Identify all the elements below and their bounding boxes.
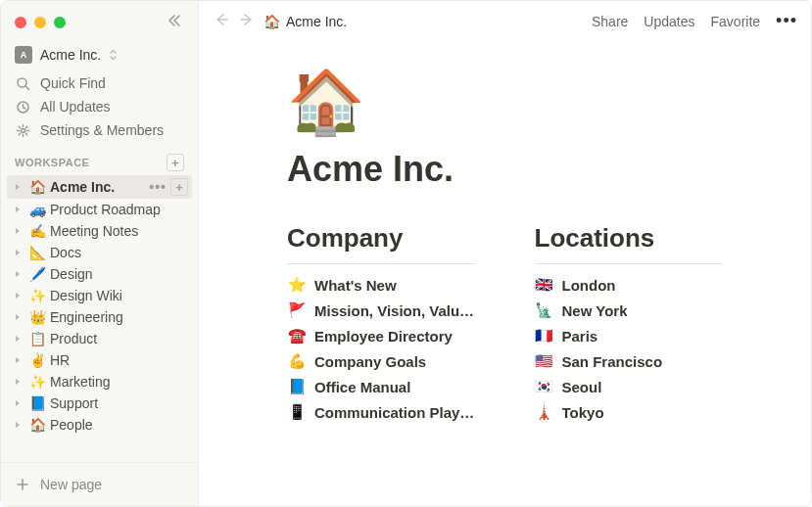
- page-label: Acme Inc.: [50, 179, 145, 195]
- clock-icon: [15, 99, 30, 115]
- page-label: Product Roadmap: [50, 202, 188, 217]
- caret-right-icon[interactable]: [11, 353, 24, 367]
- link-list: ⭐What's New🚩Mission, Vision, Values☎️Emp…: [287, 276, 476, 421]
- page-link[interactable]: 🇰🇷Seoul: [535, 378, 724, 395]
- page-link[interactable]: 💪Company Goals: [287, 352, 476, 370]
- sidebar-page-item[interactable]: 📐Docs•••+: [7, 242, 192, 263]
- page-label: Meeting Notes: [50, 223, 188, 239]
- caret-right-icon[interactable]: [11, 203, 24, 216]
- main: 🏠 Acme Inc. Share Updates Favorite ••• 🏠…: [199, 1, 811, 506]
- updates-button[interactable]: Updates: [644, 14, 694, 29]
- page-emoji-icon: 📘: [28, 395, 46, 411]
- caret-right-icon[interactable]: [11, 289, 24, 302]
- maximize-window-button[interactable]: [54, 17, 66, 28]
- page-emoji-icon: ✨: [28, 374, 46, 390]
- page-link[interactable]: 🇬🇧London: [535, 276, 724, 294]
- page-emoji-icon: 🏠: [28, 417, 46, 433]
- link-emoji-icon: 💪: [287, 352, 307, 370]
- sidebar-page-item[interactable]: ✌️HR•••+: [7, 349, 192, 371]
- page-link[interactable]: 📱Communication Playb...: [287, 403, 476, 421]
- breadcrumb[interactable]: 🏠 Acme Inc.: [263, 14, 347, 29]
- more-menu-button[interactable]: •••: [776, 11, 797, 31]
- page-label: Design Wiki: [50, 288, 188, 303]
- link-emoji-icon: 🗼: [535, 403, 554, 421]
- new-page-label: New page: [40, 477, 102, 492]
- workspace-section-label: WORKSPACE: [15, 157, 89, 168]
- link-label: San Francisco: [562, 353, 663, 370]
- page-tree: 🏠Acme Inc.•••+🚙Product Roadmap•••+✍️Meet…: [1, 175, 198, 462]
- caret-right-icon[interactable]: [11, 267, 24, 281]
- svg-point-3: [21, 128, 24, 132]
- page-label: Product: [50, 331, 188, 346]
- page-emoji-icon: 🚙: [28, 202, 46, 217]
- sidebar-page-item[interactable]: ✨Marketing•••+: [7, 371, 192, 392]
- close-window-button[interactable]: [15, 17, 26, 28]
- page-label: Design: [50, 266, 188, 282]
- nav-forward-button[interactable]: [238, 13, 256, 29]
- page-emoji-icon: ✍️: [28, 223, 46, 239]
- all-updates-button[interactable]: All Updates: [7, 95, 192, 118]
- sidebar-page-item[interactable]: 🏠Acme Inc.•••+: [7, 175, 192, 199]
- page-link[interactable]: ☎️Employee Directory: [287, 327, 476, 345]
- caret-right-icon[interactable]: [11, 375, 24, 389]
- link-emoji-icon: ⭐: [287, 276, 307, 294]
- link-label: Company Goals: [314, 353, 426, 370]
- favorite-button[interactable]: Favorite: [711, 14, 761, 29]
- caret-right-icon[interactable]: [11, 396, 24, 410]
- page-label: Engineering: [50, 309, 188, 325]
- search-icon: [15, 75, 30, 91]
- caret-right-icon[interactable]: [11, 332, 24, 346]
- gear-icon: [15, 122, 30, 138]
- settings-label: Settings & Members: [40, 122, 164, 138]
- caret-right-icon[interactable]: [11, 418, 24, 432]
- workspace-name: Acme Inc.: [40, 47, 101, 63]
- sidebar-page-item[interactable]: 🏠People•••+: [7, 414, 192, 436]
- sidebar-page-item[interactable]: 👑Engineering•••+: [7, 306, 192, 328]
- breadcrumb-label: Acme Inc.: [286, 14, 347, 29]
- caret-right-icon[interactable]: [11, 246, 24, 259]
- page-label: Marketing: [50, 374, 188, 390]
- sidebar-page-item[interactable]: 📘Support•••+: [7, 392, 192, 414]
- page-emoji[interactable]: 🏠: [287, 70, 723, 133]
- page-link[interactable]: 🇺🇸San Francisco: [535, 352, 724, 370]
- page-emoji-icon: ✌️: [28, 352, 46, 368]
- share-button[interactable]: Share: [592, 14, 628, 29]
- plus-icon: [15, 477, 30, 492]
- link-label: Mission, Vision, Values: [314, 302, 476, 319]
- page-label: HR: [50, 352, 188, 368]
- link-label: Employee Directory: [314, 328, 453, 345]
- sidebar-page-item[interactable]: ✍️Meeting Notes•••+: [7, 220, 192, 242]
- link-emoji-icon: 📘: [287, 378, 307, 395]
- sidebar-page-item[interactable]: ✨Design Wiki•••+: [7, 285, 192, 306]
- caret-right-icon[interactable]: [11, 180, 24, 194]
- settings-button[interactable]: Settings & Members: [7, 118, 192, 142]
- collapse-sidebar-button[interactable]: [163, 11, 186, 34]
- minimize-window-button[interactable]: [34, 17, 46, 28]
- quick-find-button[interactable]: Quick Find: [7, 71, 192, 95]
- sidebar-page-item[interactable]: 🖊️Design•••+: [7, 263, 192, 285]
- page-title[interactable]: Acme Inc.: [287, 149, 723, 190]
- link-label: Tokyo: [562, 404, 604, 421]
- caret-right-icon[interactable]: [11, 310, 24, 324]
- link-emoji-icon: 🇬🇧: [535, 276, 554, 294]
- page-link[interactable]: 🚩Mission, Vision, Values: [287, 301, 476, 319]
- page-link[interactable]: 🗽New York: [535, 301, 724, 319]
- add-subpage-button[interactable]: +: [170, 178, 188, 196]
- page-link[interactable]: ⭐What's New: [287, 276, 476, 294]
- link-label: Paris: [562, 328, 598, 345]
- new-page-button[interactable]: New page: [7, 471, 192, 498]
- workspace-switcher[interactable]: A Acme Inc.: [1, 40, 198, 69]
- page-more-button[interactable]: •••: [149, 179, 167, 195]
- page-link[interactable]: 📘Office Manual: [287, 378, 476, 395]
- sidebar-page-item[interactable]: 🚙Product Roadmap•••+: [7, 199, 192, 220]
- arrow-left-icon: [215, 13, 228, 26]
- topbar-actions: Share Updates Favorite •••: [592, 11, 797, 31]
- link-emoji-icon: ☎️: [287, 327, 307, 345]
- page-link[interactable]: 🇫🇷Paris: [535, 327, 724, 345]
- nav-back-button[interactable]: [213, 13, 230, 29]
- sidebar-page-item[interactable]: 📋Product•••+: [7, 328, 192, 349]
- page-link[interactable]: 🗼Tokyo: [535, 403, 724, 421]
- link-label: Communication Playb...: [314, 404, 476, 421]
- add-page-button[interactable]: +: [167, 154, 184, 171]
- caret-right-icon[interactable]: [11, 224, 24, 238]
